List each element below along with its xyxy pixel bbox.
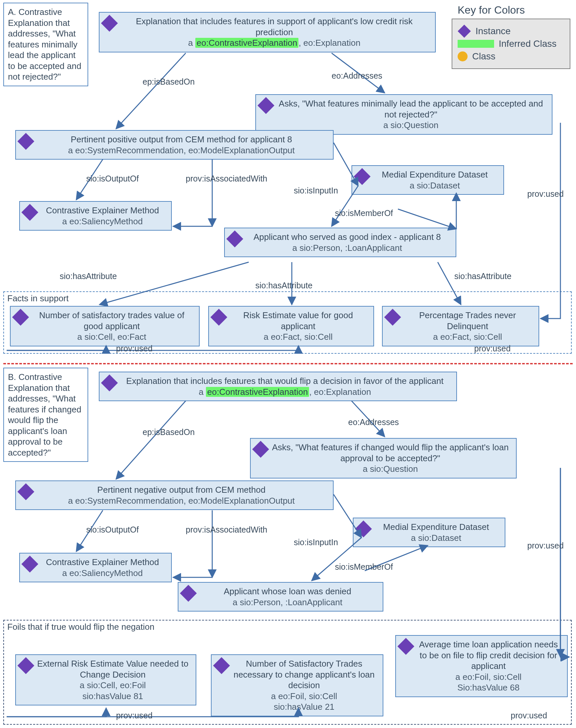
node-title: Medial Expenditure Dataset (383, 522, 489, 532)
type-suffix: , eo:Explanation (298, 38, 360, 48)
edge-prov-used: prov:used (474, 344, 511, 354)
node-type: a eo:SaliencyMethod (38, 216, 167, 227)
diamond-icon (18, 657, 34, 674)
legend-inferred-label: Inferred Class (499, 38, 556, 49)
node-value: sio:hasValue 21 (230, 701, 378, 712)
edge-has-attribute: sio:hasAttribute (255, 281, 312, 290)
inferred-chip-icon (458, 40, 494, 48)
edge-is-output-of: sio:isOutputOf (86, 525, 139, 535)
node-title: Pertinent negative output from CEM metho… (97, 485, 265, 495)
diamond-icon (12, 309, 29, 326)
node-type: a sio:Question (275, 120, 547, 131)
circle-icon (458, 51, 467, 61)
node-type: a eo:ContrastiveExplanation, eo:Explanat… (118, 37, 430, 49)
node-title: Applicant whose loan was denied (224, 586, 351, 596)
node-b-method: Contrastive Explainer Method a eo:Salien… (19, 553, 172, 582)
node-title: Number of Satisfactory Trades necessary … (233, 659, 375, 690)
legend-box: Instance Inferred Class Class (452, 19, 570, 69)
legend-title: Key for Colors (458, 4, 525, 16)
node-title: Asks, "What features if changed would fl… (272, 442, 509, 463)
diamond-icon (22, 556, 38, 573)
diamond-icon (101, 374, 118, 392)
node-a-explanation: Explanation that includes features in su… (99, 12, 436, 52)
inferred-class: eo:ContrastiveExplanation (206, 387, 309, 397)
group-foils-title: Foils that if true would flip the negati… (7, 622, 154, 632)
node-title: Asks, "What features minimally lead the … (279, 99, 543, 119)
edge-has-attribute: sio:hasAttribute (454, 272, 511, 281)
node-b-question: Asks, "What features if changed would fl… (250, 438, 517, 478)
diamond-icon (458, 25, 471, 38)
node-type: a sio:Cell, eo:Fact (29, 332, 194, 342)
diamond-icon (258, 97, 275, 114)
node-a-applicant: Applicant who served as good index - app… (224, 228, 456, 257)
edge-prov-used: prov:used (527, 189, 564, 199)
type-prefix: a (199, 387, 206, 397)
diagram-canvas: Key for Colors Instance Inferred Class C… (0, 0, 576, 728)
type-prefix: a (188, 38, 195, 48)
node-foil-2: Number of Satisfactory Trades necessary … (211, 654, 383, 717)
edge-prov-used: prov:used (116, 344, 152, 354)
svg-line-0 (116, 53, 186, 129)
edge-is-member-of: sio:isMemberOf (335, 562, 393, 572)
node-type: a eo:SystemRecommendation, eo:ModelExpla… (34, 145, 328, 156)
edge-prov-used: prov:used (116, 711, 152, 720)
node-title: External Risk Estimate Value needed to C… (37, 659, 189, 679)
node-title: Explanation that includes features in su… (136, 16, 413, 37)
edge-is-member-of: sio:isMemberOf (335, 208, 393, 218)
node-title: Average time loan application needs to b… (419, 639, 558, 671)
node-type: a eo:SaliencyMethod (38, 568, 167, 579)
diamond-icon (355, 521, 372, 537)
node-type: a sio:Cell, eo:Foil (34, 680, 191, 691)
edge-is-based-on: ep:isBasedOn (143, 427, 195, 437)
node-title: Contrastive Explainer Method (46, 205, 159, 215)
svg-line-13 (116, 401, 186, 479)
svg-line-7 (398, 209, 456, 229)
edge-is-associated-with: prov:isAssociatedWith (186, 525, 267, 535)
diamond-icon (227, 231, 243, 248)
node-type: a sio:Dataset (371, 180, 499, 191)
node-b-dataset: Medial Expenditure Dataset a sio:Dataset (353, 517, 506, 547)
node-type: a sio:Person, :LoanApplicant (243, 243, 451, 253)
node-a-pos-output: Pertinent positive output from CEM metho… (15, 130, 334, 160)
legend-inferred-row: Inferred Class (458, 38, 565, 49)
node-type: a eo:Fact, sio:Cell (401, 332, 534, 342)
legend-instance-row: Instance (458, 26, 565, 36)
node-foil-3: Average time loan application needs to b… (395, 635, 568, 697)
type-suffix: , eo:Explanation (309, 387, 371, 397)
edge-is-input-in: sio:isInputIn (294, 537, 338, 547)
diamond-icon (18, 483, 34, 500)
node-type: a sio:Question (269, 464, 511, 475)
node-type: a sio:Dataset (372, 533, 500, 543)
edge-addresses: eo:Addresses (348, 417, 399, 427)
edge-is-based-on: ep:isBasedOn (143, 77, 195, 87)
diamond-icon (252, 441, 269, 458)
node-fact-2: Risk Estimate value for good applicant a… (208, 306, 374, 346)
node-type: a eo:Fact, sio:Cell (228, 332, 369, 342)
node-type: a eo:SystemRecommendation, eo:ModelExpla… (34, 496, 328, 506)
node-value: sio:hasValue 81 (34, 691, 191, 702)
diamond-icon (384, 309, 401, 326)
node-type: a eo:Foil, sio:Cell (414, 672, 563, 682)
edge-prov-used: prov:used (511, 711, 547, 720)
diamond-icon (101, 15, 118, 32)
diamond-icon (354, 168, 371, 185)
section-b-label: B. Contrastive Explanation that addresse… (3, 368, 88, 462)
inferred-class: eo:ContrastiveExplanation (195, 38, 299, 48)
node-title: Risk Estimate value for good applicant (243, 310, 353, 331)
edge-prov-used: prov:used (527, 541, 564, 551)
node-foil-1: External Risk Estimate Value needed to C… (15, 654, 196, 705)
edge-has-attribute: sio:hasAttribute (60, 272, 117, 281)
node-a-dataset: Medial Expenditure Dataset a sio:Dataset (351, 165, 504, 195)
node-title: Medial Expenditure Dataset (382, 170, 487, 179)
node-a-method: Contrastive Explainer Method a eo:Salien… (19, 201, 172, 231)
node-b-applicant: Applicant whose loan was denied a sio:Pe… (178, 582, 383, 612)
node-fact-3: Percentage Trades never Delinquent a eo:… (382, 306, 539, 346)
node-type: a eo:ContrastiveExplanation, eo:Explanat… (118, 387, 452, 397)
node-title: Explanation that includes features that … (126, 376, 444, 386)
node-title: Number of satisfactory trades value of g… (39, 310, 184, 331)
edge-is-output-of: sio:isOutputOf (86, 174, 139, 184)
node-title: Percentage Trades never Delinquent (419, 310, 516, 331)
node-title: Pertinent positive output from CEM metho… (70, 134, 292, 144)
node-a-question: Asks, "What features minimally lead the … (255, 94, 552, 135)
diamond-icon (398, 638, 414, 655)
